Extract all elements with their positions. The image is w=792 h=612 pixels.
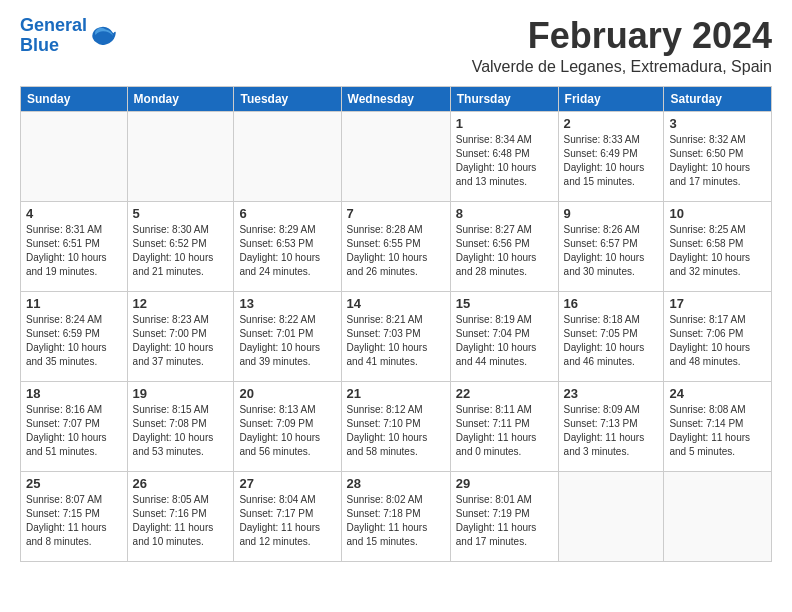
page-container: GeneralBlue February 2024 Valverde de Le… [0, 0, 792, 578]
col-header-thursday: Thursday [450, 86, 558, 111]
col-header-sunday: Sunday [21, 86, 128, 111]
day-number: 20 [239, 386, 335, 401]
day-number: 21 [347, 386, 445, 401]
day-info: Sunrise: 8:28 AM Sunset: 6:55 PM Dayligh… [347, 223, 445, 279]
col-header-tuesday: Tuesday [234, 86, 341, 111]
day-number: 7 [347, 206, 445, 221]
header-row: SundayMondayTuesdayWednesdayThursdayFrid… [21, 86, 772, 111]
week-row-2: 4Sunrise: 8:31 AM Sunset: 6:51 PM Daylig… [21, 201, 772, 291]
day-number: 12 [133, 296, 229, 311]
title-block: February 2024 Valverde de Leganes, Extre… [472, 16, 772, 76]
day-number: 4 [26, 206, 122, 221]
day-cell: 21Sunrise: 8:12 AM Sunset: 7:10 PM Dayli… [341, 381, 450, 471]
day-cell [341, 111, 450, 201]
logo-icon [89, 22, 117, 50]
day-cell: 24Sunrise: 8:08 AM Sunset: 7:14 PM Dayli… [664, 381, 772, 471]
day-cell [21, 111, 128, 201]
day-number: 2 [564, 116, 659, 131]
day-number: 5 [133, 206, 229, 221]
day-number: 23 [564, 386, 659, 401]
day-number: 16 [564, 296, 659, 311]
header: GeneralBlue February 2024 Valverde de Le… [20, 16, 772, 76]
day-info: Sunrise: 8:11 AM Sunset: 7:11 PM Dayligh… [456, 403, 553, 459]
day-info: Sunrise: 8:33 AM Sunset: 6:49 PM Dayligh… [564, 133, 659, 189]
day-cell: 27Sunrise: 8:04 AM Sunset: 7:17 PM Dayli… [234, 471, 341, 561]
day-cell: 12Sunrise: 8:23 AM Sunset: 7:00 PM Dayli… [127, 291, 234, 381]
day-cell: 16Sunrise: 8:18 AM Sunset: 7:05 PM Dayli… [558, 291, 664, 381]
day-info: Sunrise: 8:21 AM Sunset: 7:03 PM Dayligh… [347, 313, 445, 369]
day-cell: 19Sunrise: 8:15 AM Sunset: 7:08 PM Dayli… [127, 381, 234, 471]
day-number: 8 [456, 206, 553, 221]
day-info: Sunrise: 8:02 AM Sunset: 7:18 PM Dayligh… [347, 493, 445, 549]
col-header-monday: Monday [127, 86, 234, 111]
day-number: 15 [456, 296, 553, 311]
day-number: 29 [456, 476, 553, 491]
logo: GeneralBlue [20, 16, 117, 56]
day-cell [558, 471, 664, 561]
day-info: Sunrise: 8:09 AM Sunset: 7:13 PM Dayligh… [564, 403, 659, 459]
day-cell: 14Sunrise: 8:21 AM Sunset: 7:03 PM Dayli… [341, 291, 450, 381]
day-cell: 2Sunrise: 8:33 AM Sunset: 6:49 PM Daylig… [558, 111, 664, 201]
day-number: 1 [456, 116, 553, 131]
col-header-wednesday: Wednesday [341, 86, 450, 111]
day-number: 18 [26, 386, 122, 401]
day-cell: 28Sunrise: 8:02 AM Sunset: 7:18 PM Dayli… [341, 471, 450, 561]
day-cell [234, 111, 341, 201]
day-info: Sunrise: 8:01 AM Sunset: 7:19 PM Dayligh… [456, 493, 553, 549]
day-info: Sunrise: 8:16 AM Sunset: 7:07 PM Dayligh… [26, 403, 122, 459]
day-info: Sunrise: 8:31 AM Sunset: 6:51 PM Dayligh… [26, 223, 122, 279]
day-cell: 15Sunrise: 8:19 AM Sunset: 7:04 PM Dayli… [450, 291, 558, 381]
day-cell: 9Sunrise: 8:26 AM Sunset: 6:57 PM Daylig… [558, 201, 664, 291]
day-info: Sunrise: 8:29 AM Sunset: 6:53 PM Dayligh… [239, 223, 335, 279]
day-info: Sunrise: 8:25 AM Sunset: 6:58 PM Dayligh… [669, 223, 766, 279]
day-number: 24 [669, 386, 766, 401]
day-info: Sunrise: 8:24 AM Sunset: 6:59 PM Dayligh… [26, 313, 122, 369]
month-title: February 2024 [472, 16, 772, 56]
week-row-5: 25Sunrise: 8:07 AM Sunset: 7:15 PM Dayli… [21, 471, 772, 561]
day-info: Sunrise: 8:04 AM Sunset: 7:17 PM Dayligh… [239, 493, 335, 549]
location: Valverde de Leganes, Extremadura, Spain [472, 58, 772, 76]
day-number: 27 [239, 476, 335, 491]
day-cell [127, 111, 234, 201]
day-info: Sunrise: 8:32 AM Sunset: 6:50 PM Dayligh… [669, 133, 766, 189]
day-info: Sunrise: 8:23 AM Sunset: 7:00 PM Dayligh… [133, 313, 229, 369]
day-cell: 17Sunrise: 8:17 AM Sunset: 7:06 PM Dayli… [664, 291, 772, 381]
week-row-4: 18Sunrise: 8:16 AM Sunset: 7:07 PM Dayli… [21, 381, 772, 471]
day-cell: 3Sunrise: 8:32 AM Sunset: 6:50 PM Daylig… [664, 111, 772, 201]
day-cell: 18Sunrise: 8:16 AM Sunset: 7:07 PM Dayli… [21, 381, 128, 471]
day-number: 14 [347, 296, 445, 311]
day-info: Sunrise: 8:05 AM Sunset: 7:16 PM Dayligh… [133, 493, 229, 549]
day-info: Sunrise: 8:17 AM Sunset: 7:06 PM Dayligh… [669, 313, 766, 369]
day-number: 13 [239, 296, 335, 311]
day-info: Sunrise: 8:18 AM Sunset: 7:05 PM Dayligh… [564, 313, 659, 369]
day-number: 22 [456, 386, 553, 401]
day-number: 17 [669, 296, 766, 311]
day-number: 19 [133, 386, 229, 401]
day-cell: 26Sunrise: 8:05 AM Sunset: 7:16 PM Dayli… [127, 471, 234, 561]
week-row-3: 11Sunrise: 8:24 AM Sunset: 6:59 PM Dayli… [21, 291, 772, 381]
calendar: SundayMondayTuesdayWednesdayThursdayFrid… [20, 86, 772, 562]
day-cell: 5Sunrise: 8:30 AM Sunset: 6:52 PM Daylig… [127, 201, 234, 291]
day-info: Sunrise: 8:34 AM Sunset: 6:48 PM Dayligh… [456, 133, 553, 189]
day-cell: 4Sunrise: 8:31 AM Sunset: 6:51 PM Daylig… [21, 201, 128, 291]
day-cell [664, 471, 772, 561]
day-cell: 13Sunrise: 8:22 AM Sunset: 7:01 PM Dayli… [234, 291, 341, 381]
day-info: Sunrise: 8:12 AM Sunset: 7:10 PM Dayligh… [347, 403, 445, 459]
day-info: Sunrise: 8:19 AM Sunset: 7:04 PM Dayligh… [456, 313, 553, 369]
day-cell: 25Sunrise: 8:07 AM Sunset: 7:15 PM Dayli… [21, 471, 128, 561]
day-cell: 22Sunrise: 8:11 AM Sunset: 7:11 PM Dayli… [450, 381, 558, 471]
week-row-1: 1Sunrise: 8:34 AM Sunset: 6:48 PM Daylig… [21, 111, 772, 201]
day-number: 28 [347, 476, 445, 491]
day-info: Sunrise: 8:07 AM Sunset: 7:15 PM Dayligh… [26, 493, 122, 549]
day-cell: 1Sunrise: 8:34 AM Sunset: 6:48 PM Daylig… [450, 111, 558, 201]
day-info: Sunrise: 8:08 AM Sunset: 7:14 PM Dayligh… [669, 403, 766, 459]
day-number: 25 [26, 476, 122, 491]
day-cell: 8Sunrise: 8:27 AM Sunset: 6:56 PM Daylig… [450, 201, 558, 291]
day-info: Sunrise: 8:27 AM Sunset: 6:56 PM Dayligh… [456, 223, 553, 279]
day-info: Sunrise: 8:22 AM Sunset: 7:01 PM Dayligh… [239, 313, 335, 369]
logo-text: GeneralBlue [20, 16, 87, 56]
day-info: Sunrise: 8:15 AM Sunset: 7:08 PM Dayligh… [133, 403, 229, 459]
day-cell: 7Sunrise: 8:28 AM Sunset: 6:55 PM Daylig… [341, 201, 450, 291]
day-number: 10 [669, 206, 766, 221]
col-header-saturday: Saturday [664, 86, 772, 111]
